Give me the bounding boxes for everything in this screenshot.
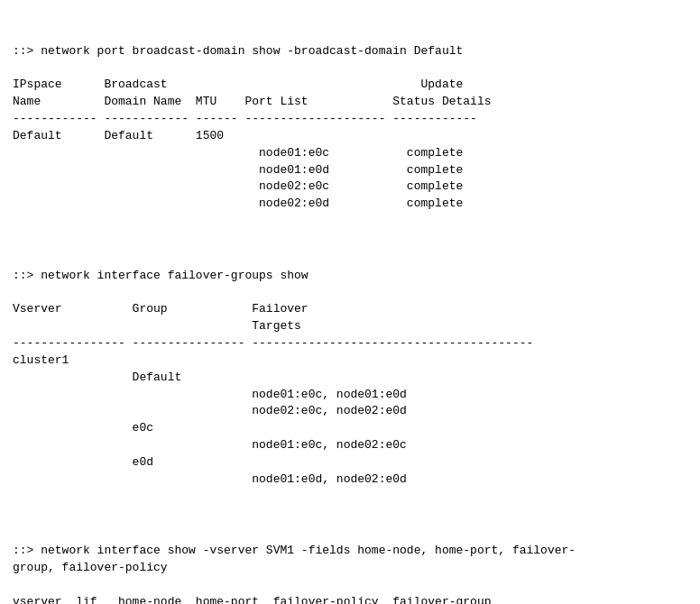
broadcast-section: ::> network port broadcast-domain show -… — [13, 26, 687, 213]
failover-row-3: node01:e0c, node01:e0d — [13, 388, 407, 401]
interface-header1: vserver lif home-node home-port failover… — [13, 595, 492, 604]
interface-command2: group, failover-policy — [13, 561, 168, 574]
broadcast-row-1: Default Default 1500 — [13, 129, 224, 142]
broadcast-command: ::> network port broadcast-domain show -… — [13, 44, 463, 58]
failover-row-1: cluster1 — [13, 353, 69, 367]
failover-row-7: e0d — [13, 455, 153, 469]
failover-header1: Vserver Group Failover — [13, 302, 309, 316]
failover-sep: ---------------- ---------------- ------… — [13, 336, 533, 350]
broadcast-row-4: node02:e0c complete — [13, 179, 463, 193]
broadcast-header2: Name Domain Name MTU Port List Status De… — [13, 95, 492, 108]
interface-section: ::> network interface show -vserver SVM1… — [13, 526, 687, 604]
broadcast-row-5: node02:e0d complete — [13, 197, 463, 210]
failover-section: ::> network interface failover-groups sh… — [13, 251, 687, 489]
failover-row-2: Default — [13, 371, 181, 384]
failover-header2: Targets — [13, 319, 301, 333]
failover-row-6: node01:e0c, node02:e0c — [13, 438, 407, 452]
broadcast-sep: ------------ ------------ ------ -------… — [13, 112, 477, 125]
broadcast-row-3: node01:e0d complete — [13, 163, 463, 177]
interface-command1: ::> network interface show -vserver SVM1… — [13, 544, 576, 557]
terminal-output: ::> network port broadcast-domain show -… — [13, 9, 687, 604]
broadcast-row-2: node01:e0c complete — [13, 146, 463, 160]
broadcast-header1: IPspace Broadcast Update — [13, 78, 463, 91]
failover-command: ::> network interface failover-groups sh… — [13, 269, 309, 282]
failover-row-5: e0c — [13, 421, 153, 435]
failover-row-8: node01:e0d, node02:e0d — [13, 472, 407, 486]
failover-row-4: node02:e0c, node02:e0d — [13, 404, 407, 417]
